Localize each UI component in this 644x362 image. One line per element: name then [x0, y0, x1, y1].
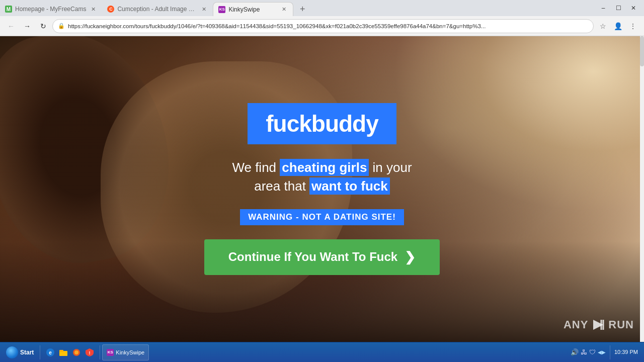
tab-myfreecams[interactable]: M Homepage - MyFreeCams ✕ — [0, 2, 102, 16]
minimize-button[interactable]: – — [597, 3, 610, 13]
taskbar: Start e ! KS KinkySwipe 🔊 — [0, 342, 644, 362]
start-button[interactable]: Start — [2, 344, 38, 360]
tagline-text2: in your — [369, 160, 412, 175]
tray-network-icon[interactable]: 🖧 — [581, 348, 587, 356]
anyrun-watermark: ANY RUN — [564, 318, 634, 332]
tab-title-myfreecams: Homepage - MyFreeCams — [15, 6, 86, 13]
tray-divider — [610, 345, 610, 359]
back-button[interactable]: ← — [4, 19, 18, 33]
time-text: 10:39 PM — [614, 348, 638, 355]
chrome-window: M Homepage - MyFreeCams ✕ C Cumception -… — [0, 0, 644, 362]
url-bar[interactable]: 🔒 https://fuckaneighbor.com/tours/fuckbu… — [52, 19, 594, 33]
tab-title-kinkyswipe: KinkySwipe — [228, 6, 277, 13]
maximize-button[interactable]: ☐ — [612, 3, 625, 13]
tagline-text3: area that — [254, 178, 309, 194]
windows-orb-icon — [6, 346, 18, 358]
tab-close-myfreecams[interactable]: ✕ — [89, 5, 97, 13]
cta-button[interactable]: Continue If You Want To Fuck ❯ — [204, 239, 440, 275]
tab-close-kinkyswipe[interactable]: ✕ — [280, 6, 288, 14]
tabs-area: M Homepage - MyFreeCams ✕ C Cumception -… — [0, 0, 593, 16]
scrollbar-thumb[interactable] — [640, 36, 644, 66]
tab-close-cumception[interactable]: ✕ — [200, 5, 208, 13]
account-button[interactable]: 👤 — [611, 19, 625, 33]
svg-text:e: e — [49, 350, 52, 355]
url-actions: ☆ 👤 ⋮ — [596, 19, 640, 33]
tagline: We find cheating girls in your area that… — [232, 158, 412, 195]
tab-favicon-cumception: C — [107, 6, 114, 13]
taskbar-divider — [40, 345, 40, 359]
forward-button[interactable]: → — [20, 19, 34, 33]
taskbar-ie-icon[interactable]: e — [44, 346, 56, 358]
web-content: fuckbuddy We find cheating girls in your… — [0, 36, 644, 342]
warning-text: WARNING - NOT A DATING SITE! — [240, 209, 404, 225]
menu-button[interactable]: ⋮ — [626, 19, 640, 33]
svg-text:!: ! — [89, 350, 91, 355]
page-content: fuckbuddy We find cheating girls in your… — [0, 36, 644, 342]
tray-antivirus-icon[interactable]: 🛡 — [589, 348, 596, 356]
taskbar-firefox-icon[interactable] — [70, 346, 83, 358]
scrollbar[interactable] — [640, 36, 644, 342]
tagline-highlight: cheating girls — [280, 159, 369, 176]
taskbar-divider2 — [100, 345, 100, 359]
system-tray: 🔊 🖧 🛡 ◀▶ 10:39 PM — [567, 345, 642, 359]
tagline-bold2: want to fuck — [309, 177, 390, 195]
taskbar-kinkyswipe-item[interactable]: KS KinkySwipe — [102, 344, 149, 360]
brand-logo: fuckbuddy — [248, 103, 396, 144]
taskbar-shield-icon[interactable]: ! — [84, 346, 96, 358]
tray-volume-icon[interactable]: 🔊 — [571, 348, 579, 356]
svg-point-8 — [74, 350, 78, 354]
close-button[interactable]: ✕ — [627, 3, 640, 13]
bookmark-button[interactable]: ☆ — [596, 19, 610, 33]
reload-button[interactable]: ↻ — [36, 19, 50, 33]
address-bar: ← → ↻ 🔒 https://fuckaneighbor.com/tours/… — [0, 16, 644, 36]
tray-icons: 🔊 🖧 🛡 ◀▶ — [571, 348, 606, 356]
tab-favicon-myfreecams: M — [5, 6, 12, 13]
tab-cumception[interactable]: C Cumception - Adult Image Search En... … — [102, 2, 213, 16]
cta-arrow-icon: ❯ — [405, 249, 416, 265]
favicon-c-icon: C — [107, 6, 114, 13]
start-label: Start — [20, 349, 34, 356]
anyrun-text1: ANY — [564, 318, 588, 331]
svg-rect-6 — [59, 350, 63, 352]
taskbar-kinkyswipe-favicon: KS — [107, 349, 114, 356]
cta-button-label: Continue If You Want To Fuck — [228, 250, 397, 264]
favicon-m-icon: M — [5, 6, 12, 13]
new-tab-button[interactable]: + — [295, 2, 309, 16]
favicon-ks-icon: KS — [218, 6, 225, 13]
taskbar-folder-icon[interactable] — [57, 346, 69, 358]
tab-favicon-kinkyswipe: KS — [218, 6, 225, 13]
anyrun-play-icon — [591, 318, 605, 332]
window-controls: – ☐ ✕ — [593, 0, 644, 16]
taskbar-kinkyswipe-label: KinkySwipe — [116, 349, 144, 355]
title-bar: M Homepage - MyFreeCams ✕ C Cumception -… — [0, 0, 644, 16]
taskbar-quick-launch: e ! — [42, 346, 98, 358]
tray-media-icon[interactable]: ◀▶ — [598, 349, 606, 355]
time-display: 10:39 PM — [614, 348, 638, 355]
tab-kinkyswipe[interactable]: KS KinkySwipe ✕ — [213, 2, 293, 16]
tab-title-cumception: Cumception - Adult Image Search En... — [117, 6, 197, 13]
url-text: https://fuckaneighbor.com/tours/fuckbudd… — [68, 23, 588, 29]
tagline-text1: We find — [232, 160, 280, 175]
lock-icon: 🔒 — [58, 23, 65, 29]
anyrun-text2: RUN — [608, 318, 634, 331]
